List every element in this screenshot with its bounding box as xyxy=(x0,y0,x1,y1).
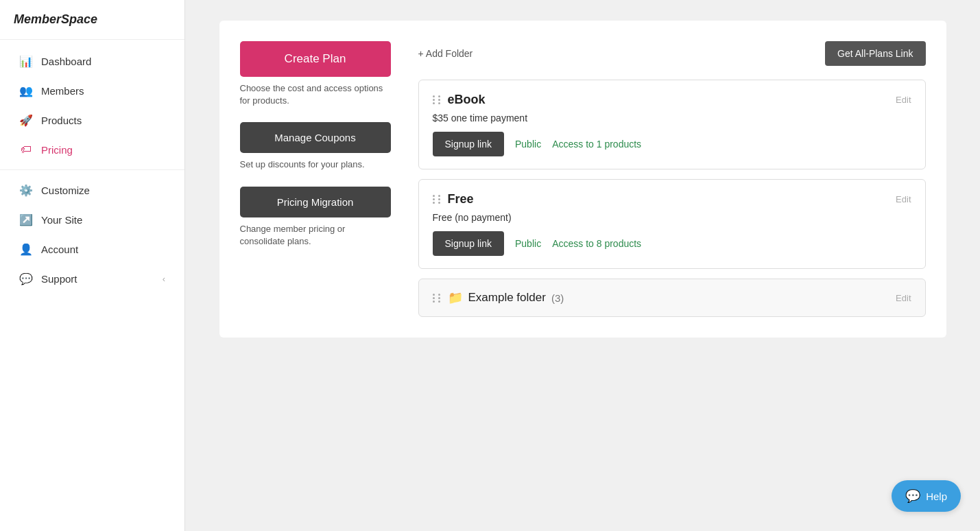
free-access-link[interactable]: Access to 8 products xyxy=(552,238,641,249)
free-plan-actions: Signup link Public Access to 8 products xyxy=(433,231,911,256)
create-plan-button[interactable]: Create Plan xyxy=(240,41,391,77)
sidebar-item-dashboard[interactable]: 📊 Dashboard xyxy=(5,47,179,75)
edit-folder-link[interactable]: Edit xyxy=(896,293,911,303)
sidebar: MemberSpace 📊 Dashboard 👥 Members 🚀 Prod… xyxy=(0,0,185,531)
folder-count: (3) xyxy=(551,292,564,304)
pricing-migration-button[interactable]: Pricing Migration xyxy=(240,187,391,217)
ebook-access-link[interactable]: Access to 1 products xyxy=(552,139,641,150)
plan-card-free-header: Free Edit xyxy=(433,192,911,206)
right-panel: + Add Folder Get All-Plans Link eBook Ed… xyxy=(418,41,926,317)
support-icon: 💬 xyxy=(19,272,33,285)
sidebar-item-your-site[interactable]: ↗️ Your Site xyxy=(5,206,179,234)
sidebar-item-members[interactable]: 👥 Members xyxy=(5,77,179,105)
left-panel: Create Plan Choose the cost and access o… xyxy=(240,41,391,317)
your-site-icon: ↗️ xyxy=(19,213,33,226)
free-plan-price: Free (no payment) xyxy=(433,212,911,223)
edit-ebook-link[interactable]: Edit xyxy=(896,95,911,105)
sidebar-item-account[interactable]: 👤 Account xyxy=(5,235,179,263)
plan-card-ebook-header: eBook Edit xyxy=(433,93,911,107)
products-icon: 🚀 xyxy=(19,114,33,127)
sidebar-label-support: Support xyxy=(41,273,77,285)
logo-text: MemberSpace xyxy=(14,12,97,27)
sidebar-label-members: Members xyxy=(41,85,84,97)
collapse-icon: ‹ xyxy=(163,274,165,284)
sidebar-label-dashboard: Dashboard xyxy=(41,56,91,67)
folder-title: 📁 Example folder (3) xyxy=(433,290,564,305)
ebook-plan-name: eBook xyxy=(448,93,486,107)
plan-card-free: Free Edit Free (no payment) Signup link … xyxy=(418,179,926,269)
right-panel-header: + Add Folder Get All-Plans Link xyxy=(418,41,926,66)
add-folder-link[interactable]: + Add Folder xyxy=(418,48,473,59)
manage-coupons-button[interactable]: Manage Coupons xyxy=(240,122,391,153)
members-icon: 👥 xyxy=(19,84,33,97)
sidebar-item-customize[interactable]: ⚙️ Customize xyxy=(5,176,179,204)
free-visibility-link[interactable]: Public xyxy=(515,238,541,249)
drag-handle-ebook[interactable] xyxy=(433,95,442,104)
sidebar-item-support[interactable]: 💬 Support ‹ xyxy=(5,265,179,293)
customize-icon: ⚙️ xyxy=(19,184,33,197)
manage-coupons-description: Set up discounts for your plans. xyxy=(240,158,391,171)
pricing-icon: 🏷 xyxy=(19,143,33,156)
dashboard-icon: 📊 xyxy=(19,55,33,68)
sidebar-item-products[interactable]: 🚀 Products xyxy=(5,106,179,134)
app-logo: MemberSpace xyxy=(0,0,184,40)
sidebar-label-customize: Customize xyxy=(41,185,90,196)
help-label: Help xyxy=(926,491,947,502)
pricing-migration-description: Change member pricing or consolidate pla… xyxy=(240,223,391,248)
get-all-plans-button[interactable]: Get All-Plans Link xyxy=(825,41,926,66)
plan-card-ebook: eBook Edit $35 one time payment Signup l… xyxy=(418,80,926,169)
sidebar-label-products: Products xyxy=(41,115,82,126)
sidebar-label-pricing: Pricing xyxy=(41,144,73,156)
folder-name: Example folder xyxy=(468,291,546,305)
ebook-visibility-link[interactable]: Public xyxy=(515,139,541,150)
plan-title-ebook: eBook xyxy=(433,93,486,107)
sidebar-label-account: Account xyxy=(41,244,78,255)
account-icon: 👤 xyxy=(19,243,33,256)
create-plan-description: Choose the cost and access options for p… xyxy=(240,82,391,107)
example-folder-card: 📁 Example folder (3) Edit xyxy=(418,279,926,317)
main-content: Create Plan Choose the cost and access o… xyxy=(185,0,980,531)
content-card: Create Plan Choose the cost and access o… xyxy=(219,21,946,338)
sidebar-nav: 📊 Dashboard 👥 Members 🚀 Products 🏷 Prici… xyxy=(0,40,184,531)
ebook-plan-actions: Signup link Public Access to 1 products xyxy=(433,132,911,156)
drag-handle-free[interactable] xyxy=(433,195,442,204)
folder-icon: 📁 xyxy=(448,290,463,305)
sidebar-item-pricing[interactable]: 🏷 Pricing xyxy=(5,136,179,163)
ebook-plan-price: $35 one time payment xyxy=(433,113,911,123)
free-signup-button[interactable]: Signup link xyxy=(433,231,505,256)
ebook-signup-button[interactable]: Signup link xyxy=(433,132,505,156)
help-icon: 💬 xyxy=(905,488,920,504)
drag-handle-folder[interactable] xyxy=(433,294,442,303)
plan-title-free: Free xyxy=(433,192,474,206)
edit-free-link[interactable]: Edit xyxy=(896,194,911,204)
nav-divider xyxy=(0,169,184,170)
help-button[interactable]: 💬 Help xyxy=(892,480,961,512)
sidebar-label-your-site: Your Site xyxy=(41,214,82,226)
free-plan-name: Free xyxy=(448,192,474,206)
